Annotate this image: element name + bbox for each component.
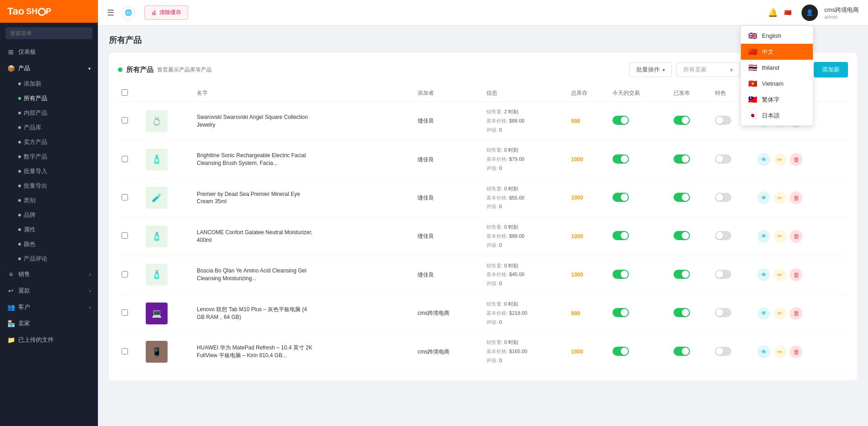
sidebar-item-add-new[interactable]: 添加新 <box>0 77 98 91</box>
select-all-checkbox[interactable] <box>122 89 128 96</box>
published-toggle[interactable] <box>674 193 690 202</box>
sidebar-item-bulk-export[interactable]: 批量导出 <box>0 179 98 193</box>
cell-featured[interactable] <box>711 333 753 371</box>
featured-toggle[interactable] <box>715 116 731 125</box>
row-checkbox[interactable] <box>122 117 128 123</box>
today-deal-toggle[interactable] <box>613 231 629 240</box>
published-toggle[interactable] <box>674 347 690 356</box>
today-deal-toggle[interactable] <box>613 193 629 202</box>
sidebar-item-attributes[interactable]: 属性 <box>0 222 98 237</box>
lang-item-japanese[interactable]: 🇯🇵 日本語 <box>741 108 813 123</box>
cell-today-deal[interactable] <box>609 294 669 332</box>
logo[interactable]: Tao SHP <box>0 0 98 23</box>
sidebar-item-product-library[interactable]: 产品库 <box>0 120 98 135</box>
cell-published[interactable] <box>670 179 711 217</box>
edit-button[interactable]: ✏ <box>774 153 786 166</box>
view-button[interactable]: 👁 <box>757 345 770 358</box>
cell-featured[interactable] <box>711 179 753 217</box>
edit-button[interactable]: ✏ <box>774 230 786 243</box>
cell-today-deal[interactable] <box>609 256 669 294</box>
view-button[interactable]: 👁 <box>757 153 770 166</box>
sidebar-item-categories[interactable]: 类别 <box>0 193 98 208</box>
featured-toggle[interactable] <box>715 231 731 240</box>
featured-toggle[interactable] <box>715 154 731 164</box>
edit-button[interactable]: ✏ <box>774 345 786 358</box>
row-checkbox[interactable] <box>122 271 128 277</box>
featured-toggle[interactable] <box>715 347 731 356</box>
add-new-button[interactable]: 添加新 <box>814 62 848 77</box>
today-deal-toggle[interactable] <box>613 308 629 317</box>
row-checkbox[interactable] <box>122 348 128 354</box>
row-checkbox[interactable] <box>122 232 128 239</box>
sidebar-item-all-products[interactable]: 所有产品 <box>0 91 98 106</box>
delete-button[interactable]: 🗑 <box>790 307 802 320</box>
sidebar-item-sellers[interactable]: 🏪 卖家 <box>0 315 98 332</box>
hamburger-icon[interactable]: ☰ <box>107 8 114 18</box>
search-menu-input[interactable] <box>5 27 92 39</box>
lang-item-chinese[interactable]: 🇨🇳 中文 <box>741 44 813 60</box>
sidebar-item-uploaded-files[interactable]: 📁 已上传的文件 <box>0 332 98 348</box>
cell-today-deal[interactable] <box>609 179 669 217</box>
view-button[interactable]: 👁 <box>757 191 770 204</box>
batch-operations-button[interactable]: 批量操作 <box>629 62 672 77</box>
sidebar-item-sales[interactable]: ≡ 销售 › <box>0 266 98 282</box>
today-deal-toggle[interactable] <box>613 116 629 125</box>
lang-item-english[interactable]: 🇬🇧 English <box>741 28 813 44</box>
published-toggle[interactable] <box>674 231 690 240</box>
featured-toggle[interactable] <box>715 308 731 317</box>
today-deal-toggle[interactable] <box>613 270 629 279</box>
delete-button[interactable]: 🗑 <box>790 153 802 166</box>
clear-cache-button[interactable]: 🖨 清除缓存 <box>144 5 188 20</box>
lang-item-thiland[interactable]: 🇹🇭 thiland <box>741 60 813 76</box>
delete-button[interactable]: 🗑 <box>790 345 802 358</box>
seller-filter-dropdown[interactable]: 所有卖家 ▾ <box>676 62 740 77</box>
sidebar-item-internal-products[interactable]: 内部产品 <box>0 106 98 120</box>
cell-today-deal[interactable] <box>609 102 669 140</box>
sidebar-item-dashboard[interactable]: ⊞ 仪表板 <box>0 44 98 60</box>
delete-button[interactable]: 🗑 <box>790 230 802 243</box>
view-button[interactable]: 👁 <box>757 307 770 320</box>
lang-item-vietnam[interactable]: 🇻🇳 Vietnam <box>741 76 813 92</box>
lang-item-traditional[interactable]: 🇹🇼 繁体字 <box>741 92 813 108</box>
edit-button[interactable]: ✏ <box>774 307 786 320</box>
row-checkbox[interactable] <box>122 309 128 316</box>
cell-published[interactable] <box>670 333 711 371</box>
published-toggle[interactable] <box>674 270 690 279</box>
edit-button[interactable]: ✏ <box>774 191 786 204</box>
sidebar-item-products[interactable]: 📦 产品 ▾ <box>0 60 98 77</box>
cell-published[interactable] <box>670 256 711 294</box>
today-deal-toggle[interactable] <box>613 154 629 164</box>
flag-icon[interactable]: 🇨🇳 <box>784 9 795 16</box>
cell-published[interactable] <box>670 217 711 256</box>
language-dropdown[interactable]: 🇬🇧 English 🇨🇳 中文 🇹🇭 thiland 🇻🇳 Vietnam 🇹… <box>740 26 813 126</box>
cell-featured[interactable] <box>711 217 753 256</box>
sidebar-item-customers[interactable]: 👥 客户 › <box>0 299 98 315</box>
cell-today-deal[interactable] <box>609 217 669 256</box>
featured-toggle[interactable] <box>715 270 731 279</box>
cell-featured[interactable] <box>711 294 753 332</box>
delete-button[interactable]: 🗑 <box>790 191 802 204</box>
sidebar-item-product-reviews[interactable]: 产品评论 <box>0 251 98 266</box>
featured-toggle[interactable] <box>715 193 731 202</box>
sidebar-item-bulk-import[interactable]: 批量导入 <box>0 164 98 179</box>
view-button[interactable]: 👁 <box>757 230 770 243</box>
cell-published[interactable] <box>670 294 711 332</box>
cell-today-deal[interactable] <box>609 333 669 371</box>
published-toggle[interactable] <box>674 154 690 164</box>
published-toggle[interactable] <box>674 308 690 317</box>
cell-today-deal[interactable] <box>609 140 669 179</box>
sidebar-item-seller-products[interactable]: 卖方产品 <box>0 135 98 149</box>
globe-button[interactable]: 🌐 <box>122 6 135 20</box>
cell-published[interactable] <box>670 102 711 140</box>
cell-featured[interactable] <box>711 140 753 179</box>
view-button[interactable]: 👁 <box>757 268 770 281</box>
row-checkbox[interactable] <box>122 156 128 162</box>
cell-featured[interactable] <box>711 256 753 294</box>
delete-button[interactable]: 🗑 <box>790 268 802 281</box>
edit-button[interactable]: ✏ <box>774 268 786 281</box>
today-deal-toggle[interactable] <box>613 347 629 356</box>
sidebar-item-colors[interactable]: 颜色 <box>0 237 98 251</box>
published-toggle[interactable] <box>674 116 690 125</box>
sidebar-item-brands[interactable]: 品牌 <box>0 208 98 222</box>
bell-icon[interactable]: 🔔 <box>768 8 778 18</box>
